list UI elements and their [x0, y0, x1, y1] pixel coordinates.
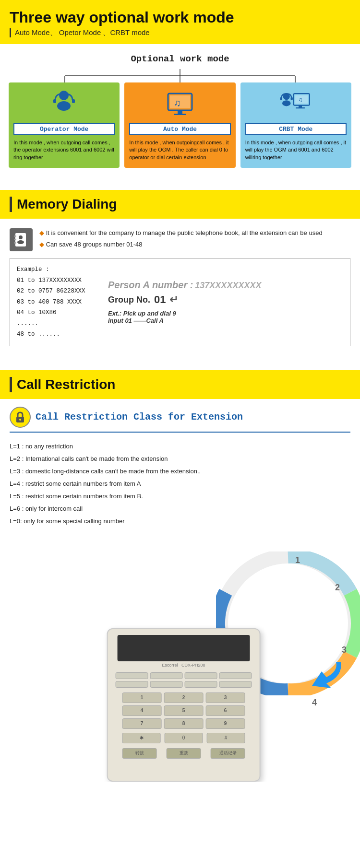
contact-icon: [10, 228, 33, 251]
person-a-label-text: Person A number :: [108, 280, 193, 290]
diagram-title: Optional work mode: [5, 54, 355, 64]
ext-label: Ext.:: [108, 310, 121, 317]
phone-brand: Escorrei CDX-PH208: [108, 663, 260, 668]
restriction-item: L=1 : no any restriction: [10, 440, 350, 453]
section3-header: Call Restriction: [0, 370, 360, 399]
example-entries: 01 to 137XXXXXXXXX02 to 0757 86228XXX03 …: [17, 275, 98, 340]
auto-icon-area: ♫: [163, 88, 197, 119]
key-0: 0: [165, 733, 203, 743]
key-9: 9: [206, 718, 245, 729]
svg-point-6: [57, 101, 71, 111]
phone-btn-3: [185, 672, 217, 679]
bullet1: It is convenient for the company to mana…: [39, 227, 323, 238]
example-entry: 03 to 400 788 XXXX: [17, 297, 98, 308]
key-7: 7: [122, 718, 162, 729]
bullet2: Can save 48 groups number 01-48: [39, 239, 323, 250]
svg-point-25: [17, 240, 24, 244]
memory-bullets: It is convenient for the company to mana…: [10, 227, 350, 251]
svg-rect-11: [178, 110, 182, 114]
example-entry: 48 to ......: [17, 329, 98, 340]
phone-diagram-area: 1 2 3 4 Escorrei CDX-PH208: [10, 532, 350, 782]
example-entry: 02 to 0757 86228XXX: [17, 286, 98, 297]
phone-btn-6: [150, 681, 183, 688]
mode-cards: Operator Mode In this mode , when outgoi…: [5, 82, 355, 168]
restriction-item: L=6 : only for intercom call: [10, 503, 350, 515]
person-a-label: Person A number : 137XXXXXXXXX: [108, 280, 343, 291]
phone-btn-2: [150, 672, 183, 679]
crbt-mode-label: CRBT Mode: [245, 123, 347, 135]
phone-screen: [118, 635, 250, 661]
bullet-list: It is convenient for the company to mana…: [39, 227, 323, 250]
restriction-item: L=4 : restrict some certain numbers from…: [10, 478, 350, 490]
key-hash: #: [207, 733, 245, 743]
svg-point-24: [19, 235, 23, 239]
phone-bottom-row: ✱ 0 #: [108, 731, 260, 745]
restriction-content: L=1 : no any restrictionL=2 : Internatio…: [10, 440, 350, 528]
lock-icon: [10, 407, 31, 428]
svg-rect-28: [14, 242, 16, 244]
restriction-item: L=3 : domestic long-distance calls can't…: [10, 465, 350, 478]
restriction-item: L=0: only for some special calling numbe…: [10, 515, 350, 528]
svg-text:♫: ♫: [174, 97, 181, 108]
phone-model-name: CDX-PH208: [181, 663, 205, 668]
dial-number-4: 4: [312, 698, 317, 708]
key-star: ✱: [122, 733, 161, 743]
svg-rect-16: [280, 97, 282, 100]
example-box: Example : 01 to 137XXXXXXXXX02 to 0757 8…: [10, 258, 350, 346]
section2-title: Memory Dialing: [10, 197, 350, 212]
operator-mode-label: Operator Mode: [13, 123, 115, 135]
call-restriction-section: Call Restriction Class for Extension L=1…: [0, 399, 360, 782]
group-no-value: 01: [154, 293, 166, 306]
group-no: Group No. 01 ↵: [108, 293, 343, 306]
headset-monitor-icon: ♫: [279, 90, 312, 118]
phone-btn-5: [116, 681, 148, 688]
example-entry: 04 to 10X86: [17, 307, 98, 318]
tree-lines: [5, 69, 355, 82]
key-5: 5: [164, 705, 204, 716]
svg-point-15: [282, 100, 291, 106]
operator-mode-desc: In this mode , when outgoing call comes …: [13, 139, 115, 161]
restriction-title: Call Restriction Class for Extension: [36, 411, 243, 422]
group-no-label: Group No.: [108, 295, 150, 305]
ext-value: Pick up and dial 9: [123, 310, 176, 317]
key-4: 4: [122, 705, 162, 716]
tree-svg: [17, 69, 343, 82]
example-entry: ......: [17, 318, 98, 329]
operator-icon-area: [48, 88, 81, 119]
svg-rect-21: [296, 107, 305, 108]
phone-illustration: Escorrei CDX-PH208 1 2 3: [93, 628, 275, 782]
svg-point-30: [19, 419, 21, 421]
svg-rect-27: [14, 239, 16, 240]
crbt-icon-area: ♫: [279, 88, 312, 119]
phone-btn-7: [185, 681, 217, 688]
key-2: 2: [164, 692, 204, 703]
phone-keypad: 1 2 3 4 5 6 7 8 9: [108, 691, 260, 731]
key-func1: 转接: [122, 748, 157, 759]
memory-section: It is convenient for the company to mana…: [0, 219, 360, 351]
key-func2: 重拨: [167, 748, 201, 759]
example-left: Example : 01 to 137XXXXXXXXX02 to 0757 8…: [17, 264, 98, 340]
auto-mode-card: ♫ Auto Mode In this mode , when outgoing…: [124, 82, 235, 168]
restriction-item: L=2 : International calls can't be made …: [10, 453, 350, 465]
key-1: 1: [122, 692, 162, 703]
dial-number-3: 3: [342, 645, 347, 655]
blue-arrow-svg: [298, 657, 346, 695]
operator-mode-card: Operator Mode In this mode , when outgoi…: [9, 82, 120, 168]
ext-info: Ext.: Pick up and dial 9 input 01 ——Call…: [108, 310, 343, 324]
example-right: Person A number : 137XXXXXXXXX Group No.…: [103, 264, 343, 340]
ext-label-value: Ext.: Pick up and dial 9: [108, 310, 343, 317]
svg-rect-26: [14, 235, 16, 237]
blue-arrow: [298, 657, 346, 697]
svg-rect-8: [72, 99, 75, 103]
crbt-mode-card: ♫ CRBT Mode In this mode , when outgoing…: [240, 82, 351, 168]
svg-rect-7: [53, 99, 56, 103]
section3-title: Call Restriction: [10, 377, 350, 392]
svg-rect-17: [291, 97, 293, 100]
phone-btn-8: [219, 681, 252, 688]
work-mode-diagram: Optional work mode: [0, 44, 360, 177]
example-entry: 01 to 137XXXXXXXXX: [17, 275, 98, 286]
section2-header: Memory Dialing: [0, 190, 360, 219]
person-a-number: 137XXXXXXXXX: [195, 281, 261, 290]
restriction-item: L=5 : restrict some certain numbers from…: [10, 490, 350, 503]
monitor-music-icon: ♫: [164, 90, 195, 118]
